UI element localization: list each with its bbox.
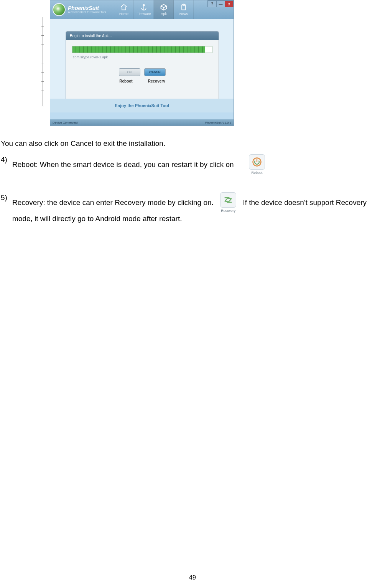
install-dialog: Begin to install the Apk... com.skype.ro… <box>66 31 219 100</box>
recovery-icon-label: Recovery <box>221 208 235 213</box>
progress-bar <box>72 46 212 53</box>
list-item-4: 4) Reboot: When the smart device is dead… <box>1 154 383 175</box>
status-right: PhoenixSuit V1.0.5 <box>205 121 231 124</box>
ok-button[interactable]: OK <box>119 68 140 76</box>
nav-tabs: Home Firmware Apk News <box>114 0 194 19</box>
home-icon <box>120 3 128 11</box>
tab-home[interactable]: Home <box>114 0 134 19</box>
footer-band: Enjoy the PhoenixSuit Tool <box>50 99 234 112</box>
phoenixsuit-window: PhoenixSuit A Convenient Firmware Tool H… <box>50 0 234 126</box>
status-left: Device Connected <box>53 121 77 124</box>
svg-point-0 <box>143 5 144 6</box>
reboot-icon-label: Reboot <box>251 170 262 175</box>
anchor-icon <box>140 3 148 11</box>
clipboard-icon <box>180 3 188 11</box>
footer-text: Enjoy the PhoenixSuit Tool <box>115 103 169 108</box>
brand-name: PhoenixSuit <box>68 5 106 11</box>
progress-fill <box>72 46 205 53</box>
dialog-title: Begin to install the Apk... <box>66 31 219 40</box>
item-number: 4) <box>1 154 12 165</box>
item4-text: Reboot: When the smart device is dead, y… <box>12 160 234 168</box>
list-item-5: 5) Recovery: the device can enter Recove… <box>1 192 383 224</box>
tab-news[interactable]: News <box>174 0 194 19</box>
recovery-label: Recovery <box>148 79 165 83</box>
tab-label: Apk <box>161 12 167 16</box>
app-body: Begin to install the Apk... com.skype.ro… <box>50 19 234 112</box>
reboot-label: Reboot <box>119 79 132 83</box>
cancel-button[interactable]: Cancel <box>144 68 166 76</box>
tab-label: News <box>179 12 188 16</box>
item-number: 5) <box>1 192 12 203</box>
reboot-mini-icon: Reboot <box>247 154 267 175</box>
window-controls: ? — x <box>207 0 234 7</box>
tab-firmware[interactable]: Firmware <box>134 0 154 19</box>
tab-label: Firmware <box>137 12 151 16</box>
tab-label: Home <box>119 12 128 16</box>
document-body: You can also click on Cancel to exit the… <box>0 134 385 224</box>
item5-text-a: Recovery: the device can enter Recovery … <box>12 198 214 206</box>
status-bar: Device Connected PhoenixSuit V1.0.5 <box>50 119 234 126</box>
paragraph-cancel: You can also click on Cancel to exit the… <box>1 138 383 149</box>
recovery-icon <box>223 195 234 205</box>
brand-subtitle: A Convenient Firmware Tool <box>68 11 106 14</box>
cube-icon <box>160 3 168 11</box>
page-number: 49 <box>0 574 385 581</box>
apk-filename: com.skype.rover-1.apk <box>73 55 219 59</box>
app-header: PhoenixSuit A Convenient Firmware Tool H… <box>50 0 234 19</box>
help-button[interactable]: ? <box>208 1 216 7</box>
recovery-mini-icon: Recovery <box>219 192 238 213</box>
logo-icon <box>53 3 66 16</box>
brand: PhoenixSuit A Convenient Firmware Tool <box>53 3 106 16</box>
tab-apk[interactable]: Apk <box>154 0 174 19</box>
bracket-decoration <box>41 17 44 106</box>
close-button[interactable]: x <box>225 1 233 7</box>
minimize-button[interactable]: — <box>216 1 225 7</box>
power-icon <box>252 157 262 167</box>
